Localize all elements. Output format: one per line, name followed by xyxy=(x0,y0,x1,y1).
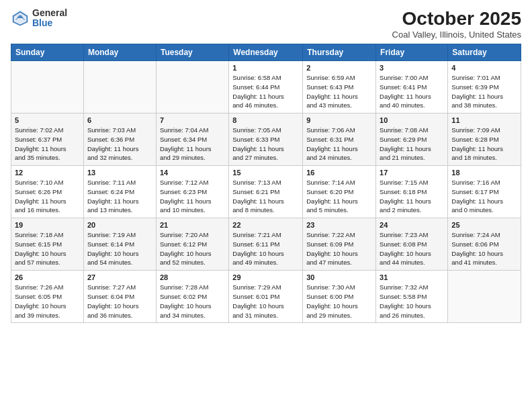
calendar-cell xyxy=(156,61,228,113)
day-number: 4 xyxy=(451,64,517,72)
day-info: Sunrise: 7:08 AM Sunset: 6:29 PM Dayligh… xyxy=(380,126,444,163)
day-info: Sunrise: 7:18 AM Sunset: 6:15 PM Dayligh… xyxy=(15,230,80,267)
day-info: Sunrise: 7:06 AM Sunset: 6:31 PM Dayligh… xyxy=(306,126,372,163)
logo-text: General Blue xyxy=(32,8,67,29)
calendar-subtitle: Coal Valley, Illinois, United States xyxy=(392,30,521,40)
calendar-cell: 29Sunrise: 7:29 AM Sunset: 6:01 PM Dayli… xyxy=(229,271,303,323)
day-number: 18 xyxy=(451,169,517,177)
day-number: 23 xyxy=(306,221,372,229)
day-info: Sunrise: 7:12 AM Sunset: 6:23 PM Dayligh… xyxy=(160,178,225,215)
day-info: Sunrise: 6:58 AM Sunset: 6:44 PM Dayligh… xyxy=(232,73,299,110)
calendar-cell: 20Sunrise: 7:19 AM Sunset: 6:14 PM Dayli… xyxy=(83,218,156,271)
day-info: Sunrise: 7:15 AM Sunset: 6:18 PM Dayligh… xyxy=(380,178,444,215)
day-number: 28 xyxy=(160,273,225,281)
calendar-cell: 18Sunrise: 7:16 AM Sunset: 6:17 PM Dayli… xyxy=(448,166,521,218)
week-row-1: 1Sunrise: 6:58 AM Sunset: 6:44 PM Daylig… xyxy=(11,61,521,113)
calendar-cell: 2Sunrise: 6:59 AM Sunset: 6:43 PM Daylig… xyxy=(303,61,376,113)
calendar-cell xyxy=(11,61,84,113)
day-info: Sunrise: 7:22 AM Sunset: 6:09 PM Dayligh… xyxy=(306,230,372,267)
calendar-table: Sunday Monday Tuesday Wednesday Thursday… xyxy=(11,44,521,323)
calendar-cell: 31Sunrise: 7:32 AM Sunset: 5:58 PM Dayli… xyxy=(376,271,448,323)
day-number: 5 xyxy=(15,116,80,124)
day-number: 13 xyxy=(87,169,152,177)
day-info: Sunrise: 7:14 AM Sunset: 6:20 PM Dayligh… xyxy=(306,178,372,215)
day-info: Sunrise: 7:32 AM Sunset: 5:58 PM Dayligh… xyxy=(380,283,444,320)
day-info: Sunrise: 7:01 AM Sunset: 6:39 PM Dayligh… xyxy=(451,73,517,110)
day-number: 17 xyxy=(380,169,444,177)
col-sunday: Sunday xyxy=(11,44,84,61)
day-number: 22 xyxy=(232,221,299,229)
day-number: 16 xyxy=(306,169,372,177)
day-number: 19 xyxy=(15,221,80,229)
calendar-cell: 24Sunrise: 7:23 AM Sunset: 6:08 PM Dayli… xyxy=(376,218,448,271)
day-info: Sunrise: 7:24 AM Sunset: 6:06 PM Dayligh… xyxy=(451,230,517,267)
calendar-title: October 2025 xyxy=(392,8,521,30)
calendar-cell: 22Sunrise: 7:21 AM Sunset: 6:11 PM Dayli… xyxy=(229,218,303,271)
header: General Blue October 2025 Coal Valley, I… xyxy=(11,8,521,40)
calendar-cell xyxy=(448,271,521,323)
calendar-cell: 14Sunrise: 7:12 AM Sunset: 6:23 PM Dayli… xyxy=(156,166,228,218)
week-row-2: 5Sunrise: 7:02 AM Sunset: 6:37 PM Daylig… xyxy=(11,113,521,166)
calendar-cell: 27Sunrise: 7:27 AM Sunset: 6:04 PM Dayli… xyxy=(83,271,156,323)
calendar-cell: 25Sunrise: 7:24 AM Sunset: 6:06 PM Dayli… xyxy=(448,218,521,271)
col-monday: Monday xyxy=(83,44,156,61)
day-number: 20 xyxy=(87,221,152,229)
day-info: Sunrise: 7:02 AM Sunset: 6:37 PM Dayligh… xyxy=(15,126,80,163)
day-info: Sunrise: 6:59 AM Sunset: 6:43 PM Dayligh… xyxy=(306,73,372,110)
day-number: 2 xyxy=(306,64,372,72)
day-info: Sunrise: 7:29 AM Sunset: 6:01 PM Dayligh… xyxy=(232,283,299,320)
col-tuesday: Tuesday xyxy=(156,44,228,61)
week-row-4: 19Sunrise: 7:18 AM Sunset: 6:15 PM Dayli… xyxy=(11,218,521,271)
day-number: 10 xyxy=(380,116,444,124)
calendar-cell: 17Sunrise: 7:15 AM Sunset: 6:18 PM Dayli… xyxy=(376,166,448,218)
calendar-cell: 3Sunrise: 7:00 AM Sunset: 6:41 PM Daylig… xyxy=(376,61,448,113)
day-info: Sunrise: 7:27 AM Sunset: 6:04 PM Dayligh… xyxy=(87,283,152,320)
day-number: 26 xyxy=(15,273,80,281)
day-number: 9 xyxy=(306,116,372,124)
col-saturday: Saturday xyxy=(448,44,521,61)
day-number: 14 xyxy=(160,169,225,177)
day-info: Sunrise: 7:04 AM Sunset: 6:34 PM Dayligh… xyxy=(160,126,225,163)
day-info: Sunrise: 7:05 AM Sunset: 6:33 PM Dayligh… xyxy=(232,126,299,163)
calendar-cell: 12Sunrise: 7:10 AM Sunset: 6:26 PM Dayli… xyxy=(11,166,84,218)
calendar-cell: 11Sunrise: 7:09 AM Sunset: 6:28 PM Dayli… xyxy=(448,113,521,166)
day-info: Sunrise: 7:00 AM Sunset: 6:41 PM Dayligh… xyxy=(380,73,444,110)
header-row: Sunday Monday Tuesday Wednesday Thursday… xyxy=(11,44,521,61)
day-info: Sunrise: 7:10 AM Sunset: 6:26 PM Dayligh… xyxy=(15,178,80,215)
col-thursday: Thursday xyxy=(303,44,376,61)
calendar-cell: 6Sunrise: 7:03 AM Sunset: 6:36 PM Daylig… xyxy=(83,113,156,166)
day-number: 29 xyxy=(232,273,299,281)
week-row-3: 12Sunrise: 7:10 AM Sunset: 6:26 PM Dayli… xyxy=(11,166,521,218)
day-number: 21 xyxy=(160,221,225,229)
day-info: Sunrise: 7:23 AM Sunset: 6:08 PM Dayligh… xyxy=(380,230,444,267)
calendar-cell: 8Sunrise: 7:05 AM Sunset: 6:33 PM Daylig… xyxy=(229,113,303,166)
calendar-cell: 21Sunrise: 7:20 AM Sunset: 6:12 PM Dayli… xyxy=(156,218,228,271)
day-number: 3 xyxy=(380,64,444,72)
day-number: 30 xyxy=(306,273,372,281)
day-info: Sunrise: 7:11 AM Sunset: 6:24 PM Dayligh… xyxy=(87,178,152,215)
day-info: Sunrise: 7:09 AM Sunset: 6:28 PM Dayligh… xyxy=(451,126,517,163)
calendar-cell: 15Sunrise: 7:13 AM Sunset: 6:21 PM Dayli… xyxy=(229,166,303,218)
calendar-cell: 23Sunrise: 7:22 AM Sunset: 6:09 PM Dayli… xyxy=(303,218,376,271)
logo-blue-text: Blue xyxy=(32,18,67,28)
day-number: 12 xyxy=(15,169,80,177)
day-number: 31 xyxy=(380,273,444,281)
calendar-cell: 30Sunrise: 7:30 AM Sunset: 6:00 PM Dayli… xyxy=(303,271,376,323)
day-number: 7 xyxy=(160,116,225,124)
logo: General Blue xyxy=(11,8,67,29)
day-info: Sunrise: 7:28 AM Sunset: 6:02 PM Dayligh… xyxy=(160,283,225,320)
calendar-cell: 9Sunrise: 7:06 AM Sunset: 6:31 PM Daylig… xyxy=(303,113,376,166)
day-info: Sunrise: 7:20 AM Sunset: 6:12 PM Dayligh… xyxy=(160,230,225,267)
title-block: October 2025 Coal Valley, Illinois, Unit… xyxy=(392,8,521,40)
calendar-cell: 19Sunrise: 7:18 AM Sunset: 6:15 PM Dayli… xyxy=(11,218,84,271)
day-info: Sunrise: 7:03 AM Sunset: 6:36 PM Dayligh… xyxy=(87,126,152,163)
day-info: Sunrise: 7:16 AM Sunset: 6:17 PM Dayligh… xyxy=(451,178,517,215)
day-info: Sunrise: 7:26 AM Sunset: 6:05 PM Dayligh… xyxy=(15,283,80,320)
col-wednesday: Wednesday xyxy=(229,44,303,61)
calendar-cell: 13Sunrise: 7:11 AM Sunset: 6:24 PM Dayli… xyxy=(83,166,156,218)
calendar-cell: 4Sunrise: 7:01 AM Sunset: 6:39 PM Daylig… xyxy=(448,61,521,113)
day-number: 8 xyxy=(232,116,299,124)
logo-icon xyxy=(11,9,30,28)
calendar-cell xyxy=(83,61,156,113)
calendar-cell: 26Sunrise: 7:26 AM Sunset: 6:05 PM Dayli… xyxy=(11,271,84,323)
